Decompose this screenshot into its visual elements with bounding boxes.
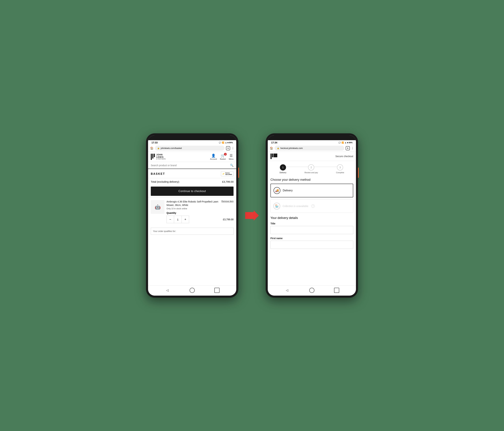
delivery-truck-icon: 🚚 <box>274 187 280 194</box>
logo-bars <box>151 154 155 160</box>
quantity-decrease[interactable]: − <box>167 216 174 223</box>
delivery-option[interactable]: 🚚 Delivery <box>270 184 353 197</box>
address-bar-2[interactable]: 🏠 🔒 heckout.johnlewis.com 5 ⋮ <box>268 145 356 152</box>
order-qualifies-banner: Your order qualifies for: <box>151 228 234 235</box>
logo-text: JOHN LEWIS & PARTNERS <box>156 154 166 160</box>
back-button-2[interactable]: ◁ <box>285 288 290 293</box>
product-name: Ambrogio 4.36 Elite Robotic Self-Propell… <box>167 200 220 207</box>
logo-line2: LEWIS <box>156 156 166 158</box>
url-bar-1[interactable]: 🔒 johnlewis.com/basket <box>155 146 225 151</box>
remove-item-link[interactable]: Remove item <box>221 200 234 203</box>
phone-bottom-nav-2: ◁ <box>268 286 356 296</box>
basket-content: JOHN LEWIS & PARTNERS 👤 Account 🛒 1 <box>148 152 236 286</box>
basket-title-row: BASKET ✔ Norton SECURED <box>148 169 236 178</box>
home-button-2[interactable] <box>309 288 315 293</box>
checkout-button[interactable]: Continue to checkout <box>151 187 234 196</box>
product-image: 🤖 <box>151 200 164 214</box>
more-icon-1[interactable]: ⋮ <box>232 147 234 150</box>
svg-marker-0 <box>245 210 259 221</box>
step-complete: 3 Complete <box>336 164 344 174</box>
title-field: Title <box>270 222 353 234</box>
home-button[interactable] <box>189 288 195 293</box>
step-1-circle: 1 <box>280 164 286 170</box>
nav-basket[interactable]: 🛒 1 Basket <box>220 154 226 160</box>
search-input[interactable] <box>151 164 229 167</box>
phone-checkout: 17:34 💬 📶 ▲ ■ 84% 🏠 🔒 heckout.johnlewis.… <box>266 133 358 298</box>
quantity-increase[interactable]: + <box>181 216 189 223</box>
step-3-label: Complete <box>336 171 344 174</box>
navigation-arrow <box>245 210 259 221</box>
basket-label: Basket <box>220 158 226 160</box>
menu-icon: ☰ <box>230 154 233 158</box>
status-icons-1: 💬 📶 ▲ ■ 84% <box>219 141 233 144</box>
recents-button[interactable] <box>214 288 219 293</box>
account-label: Account <box>210 158 217 160</box>
norton-check-icon: ✔ <box>222 172 225 176</box>
status-bar-2: 17:34 💬 📶 ▲ ■ 84% <box>268 140 356 145</box>
phone-basket: 17:33 💬 📶 ▲ ■ 84% 🏠 🔒 johnlewis.com/bask… <box>146 133 238 298</box>
collection-option: 🏪 Collection is unavailable ? <box>270 199 353 213</box>
title-label: Title <box>270 222 353 225</box>
whatsapp-icon: 💬 <box>219 141 221 144</box>
first-name-field: First name <box>270 237 353 249</box>
lock-icon-1: 🔒 <box>157 147 160 149</box>
lock-icon-2: 🔒 <box>277 147 279 149</box>
recents-button-2[interactable] <box>334 288 339 293</box>
secure-checkout-text: Secure checkout <box>335 155 353 158</box>
nav-account[interactable]: 👤 Account <box>210 154 217 160</box>
step-review: 2 Review and pay <box>305 164 318 174</box>
step-1-label: Delivery <box>279 171 286 174</box>
progress-bar: 1 Delivery 2 Review and pay 3 Complete <box>268 161 356 175</box>
basket-badge: 1 <box>224 153 227 156</box>
your-delivery-title: Your delivery details <box>270 216 353 220</box>
search-bar[interactable]: 🔍 <box>148 162 236 169</box>
first-name-label: First name <box>270 237 353 240</box>
status-icons-2: 💬 📶 ▲ ■ 84% <box>339 141 352 144</box>
delivery-method-title: Choose your delivery method <box>268 175 356 184</box>
checkout-content: Secure checkout 1 Delivery 2 Review and … <box>268 152 356 286</box>
product-price: £3,799.00 <box>223 218 234 221</box>
jl-logo-sm <box>270 154 277 159</box>
first-name-input[interactable] <box>270 241 353 249</box>
tab-count-1[interactable]: 5 <box>226 146 230 150</box>
phone-bottom-nav-1: ◁ <box>148 286 236 296</box>
tab-count-2[interactable]: 5 <box>346 146 350 150</box>
delivery-option-label: Delivery <box>283 189 293 192</box>
status-bar-1: 17:33 💬 📶 ▲ ■ 84% <box>148 140 236 145</box>
status-time-1: 17:33 <box>152 141 158 144</box>
signal-icon-2: 📶 <box>342 141 344 144</box>
basket-title: BASKET <box>151 172 165 176</box>
side-button <box>238 168 239 178</box>
collection-label: Collection is unavailable <box>283 205 308 207</box>
logo-bar-sm-3 <box>274 154 277 157</box>
home-icon-2[interactable]: 🏠 <box>270 147 273 150</box>
search-icon[interactable]: 🔍 <box>230 164 234 167</box>
logo-line3: & PARTNERS <box>156 158 166 160</box>
logo-bar-1 <box>151 154 152 160</box>
logo-bar-sm-1 <box>270 154 272 159</box>
account-icon: 👤 <box>211 154 216 158</box>
battery-icon: ▲ ■ 84% <box>225 141 233 144</box>
more-icon-2[interactable]: ⋮ <box>351 147 354 150</box>
help-icon[interactable]: ? <box>311 204 315 208</box>
url-text-2: heckout.johnlewis.com <box>280 147 303 150</box>
jl-logo: JOHN LEWIS & PARTNERS <box>151 154 166 160</box>
battery-icon-2: ▲ ■ 84% <box>345 141 352 144</box>
phone-notch <box>148 135 236 140</box>
logo-bar-2 <box>152 154 153 159</box>
back-button[interactable]: ◁ <box>165 288 170 293</box>
whatsapp-icon-2: 💬 <box>339 141 341 144</box>
url-bar-2[interactable]: 🔒 heckout.johnlewis.com <box>275 146 344 151</box>
jl-nav: 👤 Account 🛒 1 Basket ☰ Menu <box>210 154 234 160</box>
step-3-circle: 3 <box>337 164 343 170</box>
product-stock: Only 10 in stock online <box>167 207 234 210</box>
home-icon[interactable]: 🏠 <box>150 147 153 150</box>
step-delivery: 1 Delivery <box>279 164 286 174</box>
jl-header: JOHN LEWIS & PARTNERS 👤 Account 🛒 1 <box>148 152 236 162</box>
address-bar-1[interactable]: 🏠 🔒 johnlewis.com/basket 5 ⋮ <box>148 145 236 152</box>
title-input[interactable] <box>270 226 353 234</box>
order-qualifies-text: Your order qualifies for: <box>153 230 176 233</box>
nav-menu[interactable]: ☰ Menu <box>229 154 234 160</box>
step-2-circle: 2 <box>308 164 314 170</box>
logo-bar-sm-2 <box>272 154 273 157</box>
